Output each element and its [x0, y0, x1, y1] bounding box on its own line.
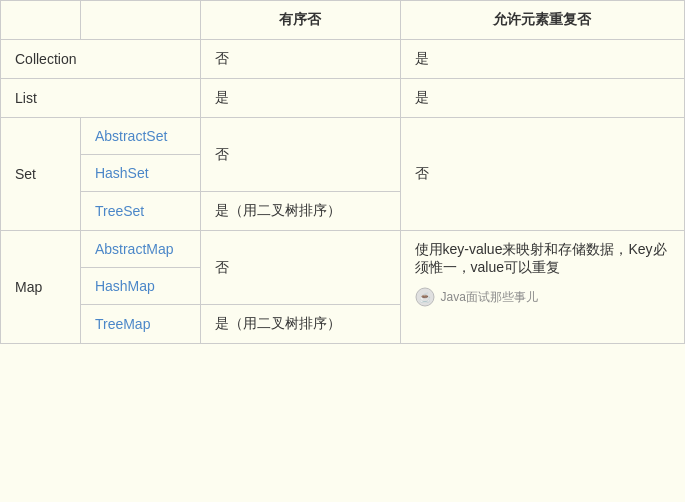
header-duplicates: 允许元素重复否: [400, 1, 684, 40]
main-table: 有序否 允许元素重复否 Collection 否 是 List 是 是 Set …: [0, 0, 685, 344]
map-sub1: AbstractMap: [80, 231, 200, 268]
watermark-text: Java面试那些事儿: [441, 289, 538, 306]
watermark-icon: ☕: [415, 287, 435, 307]
set-ordered-3: 是（用二叉树排序）: [200, 192, 400, 231]
map-sub3: TreeMap: [80, 305, 200, 344]
set-label: Set: [1, 118, 81, 231]
map-ordered-3: 是（用二叉树排序）: [200, 305, 400, 344]
set-duplicates: 否: [400, 118, 684, 231]
set-sub2: HashSet: [80, 155, 200, 192]
map-label: Map: [1, 231, 81, 344]
watermark: ☕ Java面试那些事儿: [415, 287, 670, 307]
table-row-collection: Collection 否 是: [1, 40, 685, 79]
collection-ordered: 否: [200, 40, 400, 79]
table-row-list: List 是 是: [1, 79, 685, 118]
table-row-set-1: Set AbstractSet 否 否: [1, 118, 685, 155]
map-duplicates: 使用key-value来映射和存储数据，Key必须惟一，value可以重复 ☕ …: [400, 231, 684, 344]
collection-label: Collection: [1, 40, 201, 79]
set-sub1: AbstractSet: [80, 118, 200, 155]
table-row-map-1: Map AbstractMap 否 使用key-value来映射和存储数据，Ke…: [1, 231, 685, 268]
map-ordered-12: 否: [200, 231, 400, 305]
header-ordered: 有序否: [200, 1, 400, 40]
list-duplicates: 是: [400, 79, 684, 118]
collection-duplicates: 是: [400, 40, 684, 79]
header-col1: [1, 1, 81, 40]
header-col2: [80, 1, 200, 40]
list-ordered: 是: [200, 79, 400, 118]
svg-text:☕: ☕: [419, 291, 432, 304]
set-sub3: TreeSet: [80, 192, 200, 231]
map-duplicates-text: 使用key-value来映射和存储数据，Key必须惟一，value可以重复: [415, 241, 670, 277]
map-sub2: HashMap: [80, 268, 200, 305]
list-label: List: [1, 79, 201, 118]
set-ordered-12: 否: [200, 118, 400, 192]
